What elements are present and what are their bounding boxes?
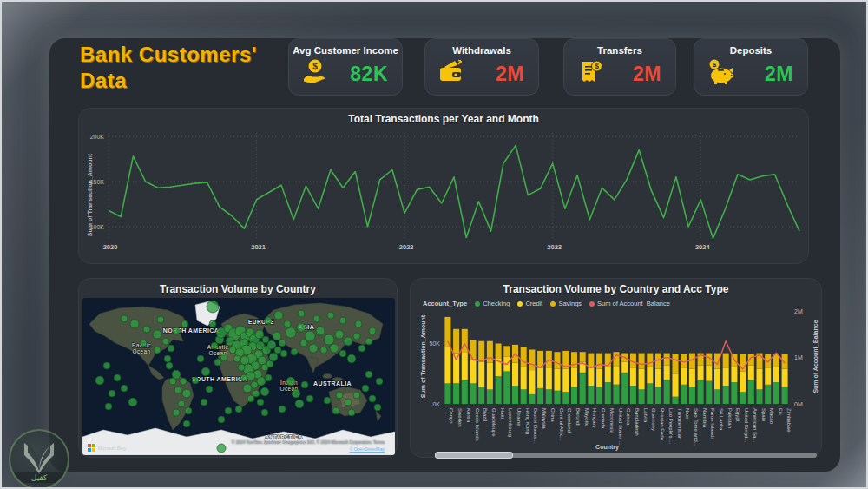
map-bubble[interactable] bbox=[260, 387, 269, 396]
kpi-card-transfers[interactable]: Transfers $ 2M bbox=[563, 38, 676, 96]
bar-segment-credit[interactable] bbox=[748, 366, 754, 380]
map-bubble[interactable] bbox=[292, 389, 300, 398]
bar-segment-savings[interactable] bbox=[605, 354, 611, 367]
bar-segment-credit[interactable] bbox=[706, 366, 712, 381]
bar-segment-checking[interactable] bbox=[673, 397, 679, 404]
map-bubble[interactable] bbox=[218, 416, 225, 423]
map-bubble[interactable] bbox=[182, 389, 191, 398]
bar-segment-credit[interactable] bbox=[487, 363, 493, 390]
map-bubble[interactable] bbox=[324, 397, 331, 404]
map-bubble[interactable] bbox=[324, 334, 334, 345]
bar-segment-checking[interactable] bbox=[512, 386, 518, 404]
bar-segment-credit[interactable] bbox=[462, 352, 468, 380]
bar-segment-checking[interactable] bbox=[647, 383, 653, 404]
map-bubble[interactable] bbox=[300, 340, 307, 347]
bar-segment-checking[interactable] bbox=[503, 372, 510, 405]
bar-segment-credit[interactable] bbox=[673, 373, 679, 396]
map-bubble[interactable] bbox=[247, 395, 254, 402]
map-bubble[interactable] bbox=[330, 344, 339, 353]
map-bubble[interactable] bbox=[339, 350, 346, 357]
map-bubble[interactable] bbox=[344, 337, 352, 346]
bar-segment-checking[interactable] bbox=[723, 386, 729, 404]
map-bubble[interactable] bbox=[265, 317, 272, 324]
map-bubble[interactable] bbox=[284, 320, 291, 327]
map-bubble[interactable] bbox=[286, 327, 296, 338]
bar-segment-credit[interactable] bbox=[478, 361, 484, 387]
map-bubble[interactable] bbox=[105, 403, 112, 410]
bar-segment-credit[interactable] bbox=[555, 369, 561, 391]
bar-segment-credit[interactable] bbox=[664, 366, 670, 380]
map-bubble[interactable] bbox=[217, 444, 226, 453]
map-bubble[interactable] bbox=[108, 390, 115, 397]
map-bubble[interactable] bbox=[201, 399, 207, 406]
scrollbar-thumb[interactable] bbox=[435, 452, 513, 459]
bar-segment-savings[interactable] bbox=[782, 354, 788, 369]
bar-segment-checking[interactable] bbox=[596, 387, 602, 405]
map-bubble[interactable] bbox=[374, 404, 381, 411]
map-bubble[interactable] bbox=[313, 315, 320, 322]
bar-segment-checking[interactable] bbox=[765, 385, 771, 404]
bar-segment-checking[interactable] bbox=[621, 373, 628, 404]
bar-segment-credit[interactable] bbox=[681, 367, 687, 385]
bar-segment-savings[interactable] bbox=[478, 341, 484, 362]
bar-segment-savings[interactable] bbox=[647, 354, 653, 367]
bar-segment-checking[interactable] bbox=[639, 389, 645, 404]
map-card[interactable]: Transaction Volume by Country bbox=[78, 278, 398, 458]
bar-segment-checking[interactable] bbox=[529, 394, 535, 404]
map-bubble[interactable] bbox=[286, 377, 295, 386]
map-bubble[interactable] bbox=[253, 390, 260, 397]
map-bubble[interactable] bbox=[183, 420, 190, 427]
bar-segment-savings[interactable] bbox=[555, 352, 561, 369]
bar-segment-checking[interactable] bbox=[478, 387, 484, 405]
map-bubble[interactable] bbox=[207, 301, 219, 313]
bar-segment-credit[interactable] bbox=[521, 367, 527, 389]
bar-segment-checking[interactable] bbox=[496, 376, 502, 404]
bar-segment-checking[interactable] bbox=[605, 382, 611, 404]
kpi-card-deposits[interactable]: Deposits $ 2M bbox=[694, 38, 808, 96]
bar-segment-savings[interactable] bbox=[664, 354, 670, 366]
bar-segment-credit[interactable] bbox=[596, 369, 602, 387]
bar-segment-credit[interactable] bbox=[605, 367, 611, 382]
map-bubble[interactable] bbox=[365, 338, 372, 345]
bar-segment-credit[interactable] bbox=[765, 367, 771, 385]
bar-segment-checking[interactable] bbox=[537, 388, 543, 404]
map-bubble[interactable] bbox=[240, 356, 249, 365]
map-bubble[interactable] bbox=[291, 348, 298, 355]
bar-segment-checking[interactable] bbox=[580, 373, 586, 404]
map-bubble[interactable] bbox=[257, 399, 264, 406]
bar-segment-credit[interactable] bbox=[588, 367, 594, 386]
map-bubble[interactable] bbox=[103, 362, 110, 369]
bar-segment-savings[interactable] bbox=[521, 347, 527, 367]
bar-segment-credit[interactable] bbox=[453, 354, 459, 384]
bar-segment-savings[interactable] bbox=[639, 354, 645, 369]
bar-segment-checking[interactable] bbox=[655, 387, 661, 405]
bar-segment-checking[interactable] bbox=[487, 389, 493, 404]
map-bubble[interactable] bbox=[369, 395, 376, 402]
map-bubble[interactable] bbox=[295, 400, 304, 408]
map-bubble[interactable] bbox=[301, 381, 308, 388]
bar-segment-credit[interactable] bbox=[698, 366, 704, 380]
bar-segment-savings[interactable] bbox=[487, 341, 493, 363]
bar-chart-scrollbar[interactable] bbox=[435, 453, 817, 458]
bar-segment-checking[interactable] bbox=[664, 380, 670, 404]
map-bubble[interactable] bbox=[169, 378, 176, 385]
map-bubble[interactable] bbox=[240, 374, 247, 381]
bar-segment-savings[interactable] bbox=[714, 354, 720, 369]
map-bubble[interactable] bbox=[201, 367, 210, 376]
bar-segment-credit[interactable] bbox=[773, 367, 779, 382]
map-bubble[interactable] bbox=[174, 387, 181, 393]
bar-segment-credit[interactable] bbox=[731, 367, 737, 382]
map-bubble[interactable] bbox=[339, 317, 346, 324]
map-bubble[interactable] bbox=[362, 385, 369, 392]
bar-segment-credit[interactable] bbox=[512, 363, 518, 386]
bar-segment-credit[interactable] bbox=[571, 367, 577, 387]
bar-segment-checking[interactable] bbox=[782, 387, 788, 405]
map-bubble[interactable] bbox=[274, 347, 281, 354]
map-bubble[interactable] bbox=[269, 353, 278, 361]
bar-chart[interactable]: 50K0K2M1M0MCongoSwedenKoreaCocos Islands… bbox=[411, 279, 823, 459]
bar-segment-savings[interactable] bbox=[723, 354, 729, 368]
bar-segment-checking[interactable] bbox=[444, 383, 450, 404]
map-bubble[interactable] bbox=[345, 399, 352, 406]
bar-segment-checking[interactable] bbox=[562, 392, 569, 404]
bar-segment-checking[interactable] bbox=[630, 386, 636, 404]
